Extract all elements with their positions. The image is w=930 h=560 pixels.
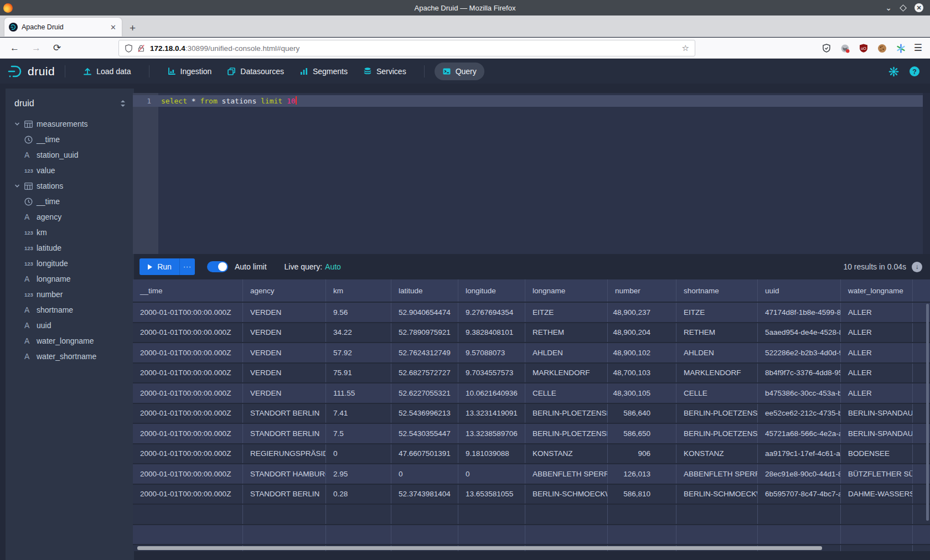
column-header-longitude[interactable]: longitude bbox=[458, 279, 525, 302]
table-cell[interactable]: CELLE bbox=[525, 383, 608, 403]
menu-hamburger-icon[interactable]: ☰ bbox=[914, 42, 922, 54]
run-button[interactable]: Run bbox=[140, 258, 179, 275]
nav-ingestion[interactable]: Ingestion bbox=[159, 63, 220, 80]
cookie-extension-icon[interactable] bbox=[877, 44, 887, 53]
table-cell[interactable]: STANDORT BERLIN bbox=[243, 424, 326, 443]
table-cell[interactable]: 0 bbox=[326, 444, 391, 464]
table-cell[interactable]: 28ec91e8-90c0-44d1-8f bbox=[758, 464, 841, 484]
table-cell[interactable]: 45721a68-566c-4e2a-a6 bbox=[758, 424, 841, 443]
back-icon[interactable]: ← bbox=[10, 43, 19, 54]
column-header-uuid[interactable]: uuid bbox=[758, 279, 841, 302]
table-cell[interactable]: BERLIN-SPANDAUER-SCH bbox=[841, 424, 913, 443]
column-header-km[interactable]: km bbox=[326, 279, 391, 302]
table-cell[interactable]: STANDORT HAMBURG bbox=[243, 464, 326, 484]
table-cell[interactable]: 906 bbox=[608, 444, 676, 464]
table-cell[interactable]: 2000-01-01T00:00:00.000Z bbox=[133, 364, 243, 383]
schema-column-agency[interactable]: Aagency bbox=[6, 209, 134, 225]
table-cell[interactable]: 586,810 bbox=[608, 485, 676, 504]
table-cell[interactable]: 52.9040654474 bbox=[391, 303, 458, 322]
schema-column-shortname[interactable]: Ashortname bbox=[6, 302, 134, 318]
table-cell[interactable]: VERDEN bbox=[243, 343, 326, 362]
column-header-latitude[interactable]: latitude bbox=[391, 279, 458, 302]
tab-close-icon[interactable]: ✕ bbox=[109, 23, 117, 32]
chevron-down-icon[interactable] bbox=[14, 183, 20, 189]
table-cell[interactable]: 126,013 bbox=[608, 464, 676, 484]
schema-table-measurements[interactable]: measurements bbox=[6, 116, 134, 132]
table-cell[interactable]: ALLER bbox=[841, 323, 913, 343]
window-close-icon[interactable]: ✕ bbox=[914, 3, 923, 12]
table-cell[interactable]: 52.5430355447 bbox=[391, 424, 458, 443]
table-cell[interactable]: BERLIN-SCHMOECKWITZ bbox=[525, 485, 608, 504]
table-cell[interactable]: 52.7624312749 bbox=[391, 343, 458, 362]
schema-table-stations[interactable]: stations bbox=[6, 178, 134, 194]
table-cell[interactable]: 48,300,105 bbox=[608, 383, 676, 403]
table-cell[interactable]: 52.6227055321 bbox=[391, 383, 458, 403]
table-cell[interactable]: ALLER bbox=[841, 383, 913, 403]
table-cell[interactable]: 9.181039088 bbox=[458, 444, 525, 464]
table-cell[interactable]: BODENSEE bbox=[841, 444, 913, 464]
table-cell[interactable]: 48,900,237 bbox=[608, 303, 676, 322]
table-cell[interactable]: 2000-01-01T00:00:00.000Z bbox=[133, 343, 243, 362]
table-cell[interactable]: MARKLENDORF bbox=[525, 364, 608, 383]
table-cell[interactable]: KONSTANZ bbox=[525, 444, 608, 464]
table-cell[interactable]: VERDEN bbox=[243, 383, 326, 403]
column-header-number[interactable]: number bbox=[608, 279, 676, 302]
table-cell[interactable]: 57.92 bbox=[326, 343, 391, 362]
druid-brand[interactable]: druid bbox=[8, 64, 55, 79]
table-cell[interactable]: 0.28 bbox=[326, 485, 391, 504]
table-cell[interactable]: ALLER bbox=[841, 364, 913, 383]
nav-query[interactable]: Query bbox=[435, 63, 484, 80]
column-header---time[interactable]: __time bbox=[133, 279, 243, 302]
table-cell[interactable]: AHLDEN bbox=[525, 343, 608, 362]
sort-icon[interactable] bbox=[120, 100, 126, 107]
table-cell[interactable]: 2.95 bbox=[326, 464, 391, 484]
table-cell[interactable]: RETHEM bbox=[676, 323, 758, 343]
ublock-extension-icon[interactable]: uO bbox=[859, 44, 868, 53]
table-cell[interactable]: BERLIN-SCHMOECKWITZ bbox=[676, 485, 758, 504]
reload-icon[interactable]: ⟳ bbox=[53, 42, 61, 54]
table-cell[interactable]: ABBENFLETH SPERRWERK bbox=[676, 464, 758, 484]
table-cell[interactable]: 9.7034557573 bbox=[458, 364, 525, 383]
mask-extension-icon[interactable] bbox=[840, 44, 850, 53]
table-cell[interactable]: 0 bbox=[458, 464, 525, 484]
auto-limit-toggle[interactable] bbox=[207, 261, 228, 272]
table-cell[interactable]: BERLIN-SPANDAUER-SCH bbox=[841, 404, 913, 423]
window-minimize-icon[interactable]: ⌄ bbox=[885, 5, 892, 11]
table-cell[interactable]: EITZE bbox=[525, 303, 608, 322]
schema-column-water-longname[interactable]: Awater_longname bbox=[6, 333, 134, 349]
chevron-down-icon[interactable] bbox=[14, 121, 20, 127]
schema-column---time[interactable]: __time bbox=[6, 194, 134, 209]
shield-check-extension-icon[interactable] bbox=[822, 44, 831, 53]
tab-apache-druid[interactable]: Apache Druid ✕ bbox=[4, 18, 122, 37]
table-cell[interactable]: 2000-01-01T00:00:00.000Z bbox=[133, 383, 243, 403]
table-cell[interactable]: 6b595707-8c47-4bc7-a8 bbox=[758, 485, 841, 504]
run-more-button[interactable]: ··· bbox=[179, 258, 195, 275]
live-query-value[interactable]: Auto bbox=[325, 262, 341, 271]
schema-column-water-shortname[interactable]: Awater_shortname bbox=[6, 349, 134, 364]
table-cell[interactable]: 48,700,103 bbox=[608, 364, 676, 383]
table-cell[interactable]: STANDORT BERLIN bbox=[243, 485, 326, 504]
table-cell[interactable]: VERDEN bbox=[243, 323, 326, 343]
table-cell[interactable]: RETHEM bbox=[525, 323, 608, 343]
editor-scrollbar-track[interactable] bbox=[923, 93, 930, 254]
live-query-label[interactable]: Live query:Auto bbox=[285, 262, 341, 271]
schema-column-uuid[interactable]: Auuid bbox=[6, 318, 134, 333]
sql-editor[interactable]: 1 select * from stations limit 10 bbox=[133, 93, 930, 254]
table-cell[interactable]: 9.2767694354 bbox=[458, 303, 525, 322]
table-cell[interactable]: 48,900,204 bbox=[608, 323, 676, 343]
table-cell[interactable]: 586,650 bbox=[608, 424, 676, 443]
nav-segments[interactable]: Segments bbox=[292, 63, 355, 80]
table-cell[interactable]: 52.7890975921 bbox=[391, 323, 458, 343]
table-cell[interactable]: STANDORT BERLIN bbox=[243, 404, 326, 423]
horizontal-scrollbar[interactable] bbox=[137, 546, 822, 550]
table-cell[interactable]: 52.5436996213 bbox=[391, 404, 458, 423]
table-cell[interactable]: 9.56 bbox=[326, 303, 391, 322]
download-icon[interactable]: ↓ bbox=[912, 262, 922, 272]
table-cell[interactable]: 9.57088073 bbox=[458, 343, 525, 362]
table-cell[interactable]: 48,900,102 bbox=[608, 343, 676, 362]
column-header-longname[interactable]: longname bbox=[525, 279, 608, 302]
table-cell[interactable]: ALLER bbox=[841, 343, 913, 362]
table-cell[interactable]: BERLIN-PLOETZENSEE U bbox=[676, 424, 758, 443]
schema-column-value[interactable]: 123value bbox=[6, 163, 134, 178]
table-cell[interactable]: ee52ce62-212c-4735-b4 bbox=[758, 404, 841, 423]
